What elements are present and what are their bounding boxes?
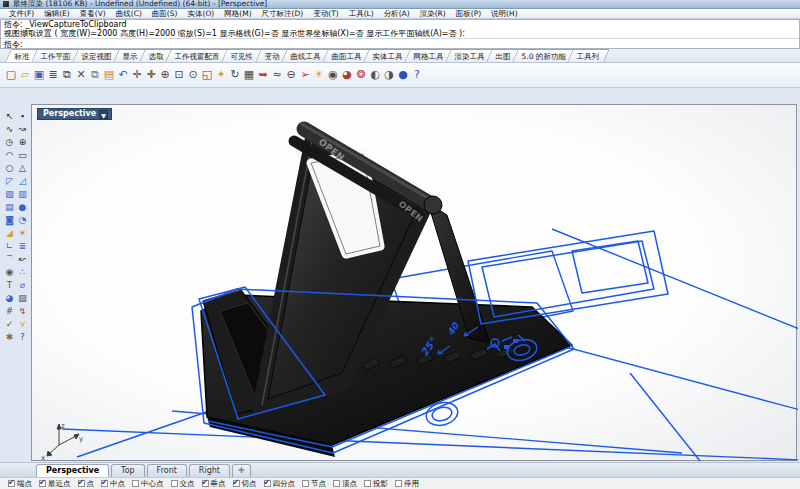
viewport-canvas[interactable]: OPEN OPEN [32, 105, 798, 462]
osnap-toggle[interactable]: 停用 [395, 479, 419, 489]
zoom-window-icon[interactable]: ⊡ [172, 66, 186, 84]
adjust-handle-icon[interactable]: ↜ [16, 253, 29, 266]
export-icon[interactable]: ⧉ [60, 66, 74, 84]
grid-icon[interactable]: ▦ [242, 66, 256, 84]
osnap-toggle[interactable]: 投影 [364, 479, 388, 489]
perspective-viewport[interactable]: Perspective ▼ [31, 104, 797, 461]
pointer-select-icon[interactable]: ↖ [3, 110, 16, 123]
ghosted-display-icon[interactable]: ◑ [382, 66, 396, 84]
menu-item[interactable]: 工具(L) [344, 9, 379, 19]
zoom-selected-icon[interactable]: ⊙ [186, 66, 200, 84]
move-icon[interactable]: ✚ [144, 66, 158, 84]
view-tab[interactable]: Top [111, 464, 145, 477]
undo-icon[interactable]: ↶ [116, 66, 130, 84]
point-icon[interactable]: ∙ [16, 110, 29, 123]
osnap-toggle[interactable]: 端点 [8, 479, 32, 489]
command-prompt[interactable]: 指令: [1, 38, 799, 49]
menu-item[interactable]: 曲面(S) [147, 9, 183, 19]
rectangle-icon[interactable]: ▭ [16, 149, 29, 162]
view-tab[interactable]: Front [147, 464, 187, 477]
lamp-icon[interactable]: ☀ [312, 66, 326, 84]
join-icon[interactable]: ∟ [3, 240, 16, 253]
menu-item[interactable]: 渲染(R) [415, 9, 451, 19]
control-point-curve-icon[interactable]: ↝ [16, 123, 29, 136]
open-file-icon[interactable]: ▱ [18, 66, 32, 84]
osnap-toggle[interactable]: 四分点 [264, 479, 296, 489]
lock-object-icon[interactable]: ◉ [3, 266, 16, 279]
osnap-toggle[interactable]: 中点 [101, 479, 125, 489]
menu-item[interactable]: 文件(F) [4, 9, 39, 19]
arc-icon[interactable]: ◠ [3, 149, 16, 162]
shaded-sphere-icon[interactable]: ◕ [3, 292, 16, 305]
bolt-icon[interactable]: ↯ [16, 305, 29, 318]
delete-icon[interactable]: ✕ [74, 66, 88, 84]
toolbar-tab[interactable]: 5.0 的新功能 [512, 49, 576, 62]
key-icon[interactable]: ✦ [214, 66, 228, 84]
pipe-icon[interactable]: ⌀ [16, 279, 29, 292]
print-icon[interactable]: ≣ [46, 66, 60, 84]
show-icon[interactable]: ➢ [298, 66, 312, 84]
checkbox-icon[interactable] [395, 480, 402, 487]
polygon-icon[interactable]: △ [16, 162, 29, 175]
checkbox-icon[interactable] [264, 480, 271, 487]
checkbox-icon[interactable] [364, 480, 371, 487]
checkbox-icon[interactable] [39, 480, 46, 487]
osnap-toggle[interactable]: 垂点 [202, 479, 226, 489]
mesh-grid-icon[interactable]: # [3, 305, 16, 318]
gear-tool-icon[interactable]: ✱ [3, 331, 16, 344]
boolean-difference-icon[interactable]: ◔ [16, 214, 29, 227]
text-tool-icon[interactable]: T [3, 279, 16, 292]
polyline-icon[interactable]: ∿ [3, 123, 16, 136]
rotate-view-icon[interactable]: ↻ [228, 66, 242, 84]
save-icon[interactable]: ▣ [32, 66, 46, 84]
menu-item[interactable]: 变动(T) [308, 9, 343, 19]
checkbox-icon[interactable] [302, 480, 309, 487]
checkbox-icon[interactable] [333, 480, 340, 487]
boolean-union-icon[interactable]: ◙ [3, 214, 16, 227]
checkbox-icon[interactable] [202, 480, 209, 487]
surface-corner-icon[interactable]: ◸ [3, 175, 16, 188]
osnap-toggle[interactable]: 顶点 [333, 479, 357, 489]
checkbox-icon[interactable] [8, 480, 15, 487]
ellipse-icon[interactable]: ○ [3, 162, 16, 175]
sphere-icon[interactable]: ● [16, 201, 29, 214]
surface-edge-icon[interactable]: ◿ [16, 175, 29, 188]
extrude-icon[interactable]: ▤ [3, 201, 16, 214]
shaded-display-icon[interactable]: ◐ [368, 66, 382, 84]
hatch-icon[interactable]: ▨ [16, 292, 29, 305]
checkbox-icon[interactable] [132, 480, 139, 487]
copy-icon[interactable]: ⧉ [88, 66, 102, 84]
checkbox-icon[interactable] [171, 480, 178, 487]
align-icon[interactable]: ≣ [16, 240, 29, 253]
menu-item[interactable]: 实体(O) [182, 9, 219, 19]
explode-icon[interactable]: ✶ [16, 227, 29, 240]
zoom-extents-icon[interactable]: ◱ [200, 66, 214, 84]
help-icon[interactable]: ? [410, 66, 424, 84]
group-icon[interactable]: ∴ [16, 266, 29, 279]
curve-blend-icon[interactable]: ⌒ [3, 253, 16, 266]
hide-icon[interactable]: ⊖ [284, 66, 298, 84]
box-icon[interactable]: ▧ [3, 188, 16, 201]
zoom-dynamic-icon[interactable]: ⊕ [158, 66, 172, 84]
osnap-toggle[interactable]: 点 [78, 479, 95, 489]
paste-icon[interactable]: ▤ [102, 66, 116, 84]
new-file-icon[interactable]: ▢ [4, 66, 18, 84]
menu-item[interactable]: 网格(M) [219, 9, 256, 19]
menu-item[interactable]: 编辑(E) [39, 9, 75, 19]
curve-tools-icon[interactable]: ≈ [270, 66, 284, 84]
new-view-tab-button[interactable]: ✛ [232, 464, 251, 477]
checkbox-icon[interactable] [233, 480, 240, 487]
patch-icon[interactable]: ◕ [340, 66, 354, 84]
view-tab[interactable]: Right [189, 464, 230, 477]
menu-item[interactable]: 尺寸标注(D) [257, 9, 309, 19]
rendered-display-icon[interactable]: ● [396, 66, 410, 84]
color-wheel-icon[interactable]: ❂ [354, 66, 368, 84]
funnel-icon[interactable]: ⋎ [16, 318, 29, 331]
checkbox-icon[interactable] [78, 480, 85, 487]
menu-item[interactable]: 曲线(C) [111, 9, 147, 19]
circle-icon[interactable]: ◷ [3, 136, 16, 149]
osnap-toggle[interactable]: 切点 [233, 479, 257, 489]
toolbar-tab[interactable]: 工作视窗配置 [165, 49, 230, 62]
menu-item[interactable]: 面板(P) [451, 9, 486, 19]
lock-icon[interactable]: ◉ [326, 66, 340, 84]
